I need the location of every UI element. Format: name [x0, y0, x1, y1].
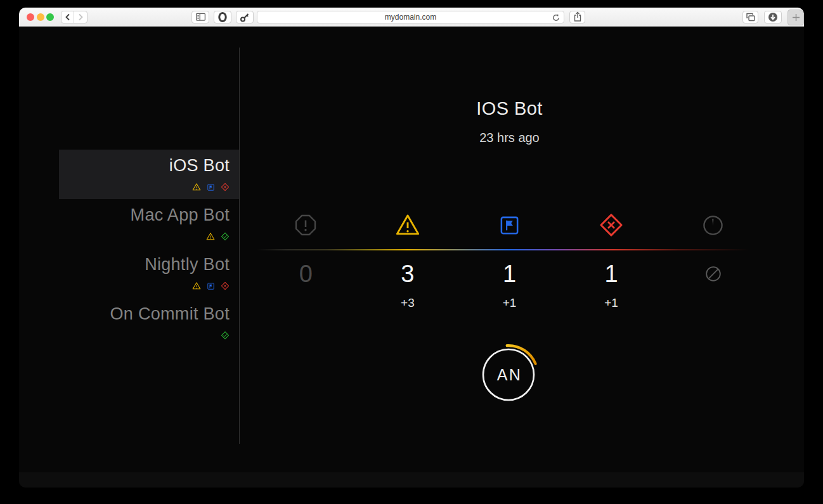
- sidebar-item-nightly-bot[interactable]: Nightly Bot: [59, 249, 239, 298]
- analysis-flag-icon: [458, 212, 561, 238]
- test-failure-icon: [221, 183, 230, 191]
- bottom-band: [19, 472, 804, 488]
- progress-label: AN: [477, 343, 540, 406]
- warning-icon: [206, 232, 215, 241]
- downloads-button[interactable]: [764, 11, 782, 23]
- sidebar-toggle-button[interactable]: [191, 11, 209, 23]
- integration-progress-indicator: AN: [477, 343, 540, 406]
- sidebar-item-ios-bot[interactable]: iOS Bot: [59, 150, 239, 199]
- test-failure-icon: [221, 281, 230, 290]
- bot-name: iOS Bot: [59, 153, 239, 178]
- clock-icon: [662, 212, 764, 238]
- back-icon: [63, 13, 72, 22]
- key-extension-button[interactable]: [236, 11, 254, 23]
- close-window-button[interactable]: [27, 13, 34, 21]
- back-button[interactable]: [62, 11, 74, 23]
- bot-status-icons: [59, 178, 239, 196]
- share-button[interactable]: [569, 11, 585, 23]
- failed-tests-delta: +1: [561, 296, 663, 310]
- bot-list: iOS Bot Mac App Bot Nightly Bot: [59, 150, 239, 347]
- failed-tests-count: 1: [561, 260, 663, 288]
- errors-delta: [255, 296, 357, 310]
- analysis-icon: [207, 183, 215, 191]
- errors-count: 0: [255, 260, 357, 288]
- tab-overview-icon: [745, 12, 756, 22]
- reload-icon[interactable]: [552, 13, 561, 22]
- tab-overview-button[interactable]: [742, 11, 758, 23]
- page-content: iOS Bot Mac App Bot Nightly Bot: [19, 27, 804, 488]
- sidebar-item-mac-app-bot[interactable]: Mac App Bot: [59, 199, 239, 249]
- warning-triangle-icon: [357, 212, 459, 238]
- bot-status-icons: [59, 326, 239, 344]
- stat-icons-row: [255, 212, 764, 238]
- share-icon: [573, 11, 583, 22]
- address-bar-url: mydomain.com: [385, 13, 436, 22]
- browser-window: mydomain.com: [19, 8, 804, 488]
- error-octagon-icon: [255, 212, 357, 238]
- no-duration-icon: [662, 260, 764, 288]
- stat-values-row: 0 3 1 1: [255, 260, 764, 288]
- analysis-issues-count: 1: [458, 260, 561, 288]
- new-tab-icon: [792, 13, 800, 22]
- zoom-window-button[interactable]: [46, 13, 54, 21]
- sidebar-divider: [239, 48, 240, 444]
- analysis-icon: [207, 282, 215, 290]
- test-failure-icon: [561, 212, 663, 238]
- analysis-issues-delta: +1: [458, 296, 561, 310]
- nav-button-group: [61, 11, 87, 23]
- bot-name: On Commit Bot: [59, 301, 239, 326]
- status-gradient-line: [257, 249, 759, 250]
- bot-status-icons: [59, 277, 239, 295]
- bot-last-run: 23 hrs ago: [255, 131, 764, 145]
- address-bar[interactable]: mydomain.com: [257, 11, 564, 23]
- warnings-delta: +3: [357, 296, 459, 310]
- forward-icon: [76, 13, 85, 22]
- key-icon: [239, 11, 250, 23]
- new-tab-button[interactable]: [787, 10, 804, 25]
- success-icon: [221, 331, 230, 340]
- warning-icon: [192, 281, 201, 290]
- warning-icon: [192, 183, 201, 191]
- stat-deltas-row: +3 +1 +1: [255, 296, 764, 310]
- extension-o-icon: [217, 11, 228, 23]
- forward-button[interactable]: [74, 11, 87, 23]
- duration-delta: [662, 296, 764, 310]
- bot-status-icons: [59, 228, 239, 245]
- extension-o-button[interactable]: [214, 11, 231, 23]
- downloads-icon: [768, 12, 778, 22]
- browser-toolbar: mydomain.com: [19, 8, 804, 27]
- sidebar-item-on-commit-bot[interactable]: On Commit Bot: [59, 298, 239, 347]
- warnings-count: 3: [357, 260, 459, 288]
- success-icon: [221, 232, 230, 241]
- sidebar-toggle-icon: [195, 11, 207, 22]
- bot-name: Nightly Bot: [59, 252, 239, 277]
- minimize-window-button[interactable]: [37, 13, 44, 21]
- bot-detail-title: IOS Bot: [255, 98, 764, 119]
- bot-name: Mac App Bot: [59, 202, 239, 228]
